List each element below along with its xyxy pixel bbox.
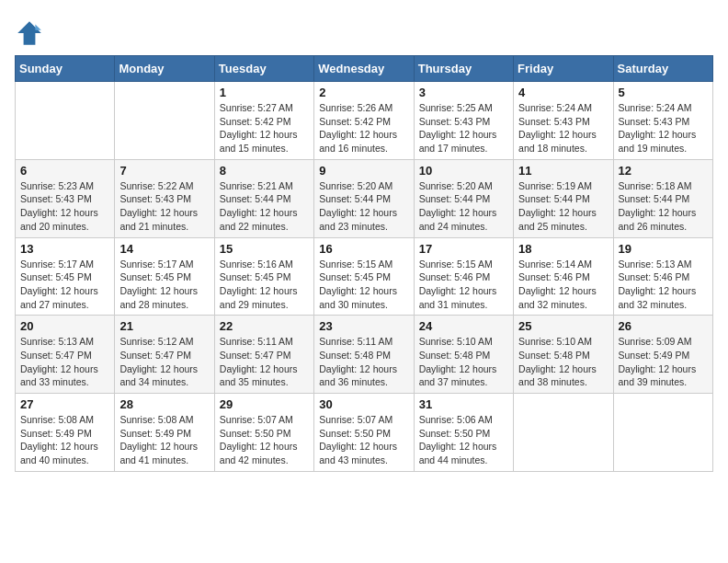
day-number: 10 — [419, 164, 508, 178]
day-info: Sunrise: 5:11 AMSunset: 5:48 PMDaylight:… — [319, 335, 408, 389]
day-number: 7 — [119, 164, 209, 178]
calendar-cell: 1Sunrise: 5:27 AMSunset: 5:42 PMDaylight… — [214, 82, 313, 160]
day-number: 9 — [319, 164, 408, 178]
day-info: Sunrise: 5:09 AMSunset: 5:49 PMDaylight:… — [619, 335, 708, 389]
day-number: 17 — [419, 242, 508, 256]
day-info: Sunrise: 5:07 AMSunset: 5:50 PMDaylight:… — [220, 413, 309, 467]
calendar-cell: 13Sunrise: 5:17 AMSunset: 5:45 PMDayligh… — [16, 237, 115, 316]
day-number: 29 — [220, 397, 309, 411]
day-number: 30 — [319, 397, 408, 411]
calendar-table: SundayMondayTuesdayWednesdayThursdayFrid… — [15, 55, 713, 472]
day-header-saturday: Saturday — [613, 56, 712, 82]
day-info: Sunrise: 5:08 AMSunset: 5:49 PMDaylight:… — [20, 413, 109, 467]
calendar-cell — [115, 82, 214, 160]
calendar-cell: 25Sunrise: 5:10 AMSunset: 5:48 PMDayligh… — [514, 316, 613, 394]
calendar-cell: 7Sunrise: 5:22 AMSunset: 5:43 PMDaylight… — [115, 159, 214, 237]
calendar-cell: 20Sunrise: 5:13 AMSunset: 5:47 PMDayligh… — [16, 316, 115, 394]
day-header-wednesday: Wednesday — [314, 56, 414, 82]
page-header — [15, 15, 713, 48]
day-info: Sunrise: 5:10 AMSunset: 5:48 PMDaylight:… — [419, 335, 508, 389]
day-info: Sunrise: 5:27 AMSunset: 5:42 PMDaylight:… — [220, 101, 309, 155]
calendar-cell: 9Sunrise: 5:20 AMSunset: 5:44 PMDaylight… — [314, 159, 414, 237]
calendar-cell: 8Sunrise: 5:21 AMSunset: 5:44 PMDaylight… — [214, 159, 313, 237]
calendar-cell: 18Sunrise: 5:14 AMSunset: 5:46 PMDayligh… — [514, 237, 613, 316]
calendar-week-row: 6Sunrise: 5:23 AMSunset: 5:43 PMDaylight… — [16, 159, 713, 237]
day-header-sunday: Sunday — [16, 56, 115, 82]
calendar-cell: 24Sunrise: 5:10 AMSunset: 5:48 PMDayligh… — [414, 316, 513, 394]
day-number: 3 — [419, 86, 508, 99]
day-number: 5 — [619, 86, 708, 99]
day-info: Sunrise: 5:10 AMSunset: 5:48 PMDaylight:… — [518, 335, 608, 389]
day-info: Sunrise: 5:13 AMSunset: 5:47 PMDaylight:… — [20, 335, 109, 389]
calendar-cell: 2Sunrise: 5:26 AMSunset: 5:42 PMDaylight… — [314, 82, 414, 160]
day-info: Sunrise: 5:17 AMSunset: 5:45 PMDaylight:… — [119, 258, 209, 312]
day-info: Sunrise: 5:24 AMSunset: 5:43 PMDaylight:… — [619, 101, 708, 155]
day-number: 20 — [20, 319, 109, 333]
day-info: Sunrise: 5:18 AMSunset: 5:44 PMDaylight:… — [619, 179, 708, 234]
calendar-week-row: 27Sunrise: 5:08 AMSunset: 5:49 PMDayligh… — [16, 394, 713, 472]
calendar-cell: 15Sunrise: 5:16 AMSunset: 5:45 PMDayligh… — [214, 237, 313, 316]
day-number: 26 — [619, 319, 708, 333]
calendar-cell: 17Sunrise: 5:15 AMSunset: 5:46 PMDayligh… — [414, 237, 513, 316]
calendar-cell: 28Sunrise: 5:08 AMSunset: 5:49 PMDayligh… — [115, 394, 214, 472]
day-info: Sunrise: 5:21 AMSunset: 5:44 PMDaylight:… — [220, 179, 309, 234]
day-number: 2 — [319, 86, 408, 99]
svg-marker-0 — [17, 21, 41, 45]
day-number: 31 — [419, 397, 508, 411]
calendar-cell: 30Sunrise: 5:07 AMSunset: 5:50 PMDayligh… — [314, 394, 414, 472]
calendar-cell: 6Sunrise: 5:23 AMSunset: 5:43 PMDaylight… — [16, 159, 115, 237]
calendar-cell: 19Sunrise: 5:13 AMSunset: 5:46 PMDayligh… — [613, 237, 712, 316]
calendar-cell: 4Sunrise: 5:24 AMSunset: 5:43 PMDaylight… — [514, 82, 613, 160]
day-number: 23 — [319, 319, 408, 333]
day-info: Sunrise: 5:25 AMSunset: 5:43 PMDaylight:… — [419, 101, 508, 155]
day-number: 12 — [619, 164, 708, 178]
day-info: Sunrise: 5:19 AMSunset: 5:44 PMDaylight:… — [518, 179, 608, 234]
day-info: Sunrise: 5:06 AMSunset: 5:50 PMDaylight:… — [419, 413, 508, 467]
day-number: 13 — [20, 242, 109, 256]
calendar-cell: 5Sunrise: 5:24 AMSunset: 5:43 PMDaylight… — [613, 82, 712, 160]
day-number: 8 — [220, 164, 309, 178]
day-info: Sunrise: 5:14 AMSunset: 5:46 PMDaylight:… — [518, 258, 608, 312]
day-header-monday: Monday — [115, 56, 214, 82]
day-number: 11 — [518, 164, 608, 178]
day-number: 16 — [319, 242, 408, 256]
day-info: Sunrise: 5:16 AMSunset: 5:45 PMDaylight:… — [220, 258, 309, 312]
logo-icon — [15, 18, 44, 48]
calendar-week-row: 13Sunrise: 5:17 AMSunset: 5:45 PMDayligh… — [16, 237, 713, 316]
day-number: 14 — [119, 242, 209, 256]
calendar-cell: 22Sunrise: 5:11 AMSunset: 5:47 PMDayligh… — [214, 316, 313, 394]
day-info: Sunrise: 5:23 AMSunset: 5:43 PMDaylight:… — [20, 179, 109, 234]
day-number: 6 — [20, 164, 109, 178]
calendar-header-row: SundayMondayTuesdayWednesdayThursdayFrid… — [16, 56, 713, 82]
calendar-cell: 16Sunrise: 5:15 AMSunset: 5:45 PMDayligh… — [314, 237, 414, 316]
svg-marker-1 — [35, 24, 40, 29]
calendar-cell: 11Sunrise: 5:19 AMSunset: 5:44 PMDayligh… — [514, 159, 613, 237]
day-number: 24 — [419, 319, 508, 333]
calendar-cell: 10Sunrise: 5:20 AMSunset: 5:44 PMDayligh… — [414, 159, 513, 237]
day-info: Sunrise: 5:15 AMSunset: 5:46 PMDaylight:… — [419, 258, 508, 312]
logo — [15, 18, 48, 48]
day-number: 4 — [518, 86, 608, 99]
day-info: Sunrise: 5:11 AMSunset: 5:47 PMDaylight:… — [220, 335, 309, 389]
day-info: Sunrise: 5:20 AMSunset: 5:44 PMDaylight:… — [319, 179, 408, 234]
day-info: Sunrise: 5:26 AMSunset: 5:42 PMDaylight:… — [319, 101, 408, 155]
calendar-cell: 12Sunrise: 5:18 AMSunset: 5:44 PMDayligh… — [613, 159, 712, 237]
day-info: Sunrise: 5:22 AMSunset: 5:43 PMDaylight:… — [119, 179, 209, 234]
day-number: 1 — [220, 86, 309, 99]
day-info: Sunrise: 5:15 AMSunset: 5:45 PMDaylight:… — [319, 258, 408, 312]
calendar-week-row: 20Sunrise: 5:13 AMSunset: 5:47 PMDayligh… — [16, 316, 713, 394]
calendar-cell — [16, 82, 115, 160]
day-number: 25 — [518, 319, 608, 333]
calendar-week-row: 1Sunrise: 5:27 AMSunset: 5:42 PMDaylight… — [16, 82, 713, 160]
day-info: Sunrise: 5:17 AMSunset: 5:45 PMDaylight:… — [20, 258, 109, 312]
day-info: Sunrise: 5:08 AMSunset: 5:49 PMDaylight:… — [119, 413, 209, 467]
calendar-cell: 27Sunrise: 5:08 AMSunset: 5:49 PMDayligh… — [16, 394, 115, 472]
day-info: Sunrise: 5:12 AMSunset: 5:47 PMDaylight:… — [119, 335, 209, 389]
day-number: 28 — [119, 397, 209, 411]
day-header-thursday: Thursday — [414, 56, 513, 82]
day-number: 22 — [220, 319, 309, 333]
day-info: Sunrise: 5:20 AMSunset: 5:44 PMDaylight:… — [419, 179, 508, 234]
day-number: 27 — [20, 397, 109, 411]
day-info: Sunrise: 5:13 AMSunset: 5:46 PMDaylight:… — [619, 258, 708, 312]
calendar-cell: 23Sunrise: 5:11 AMSunset: 5:48 PMDayligh… — [314, 316, 414, 394]
